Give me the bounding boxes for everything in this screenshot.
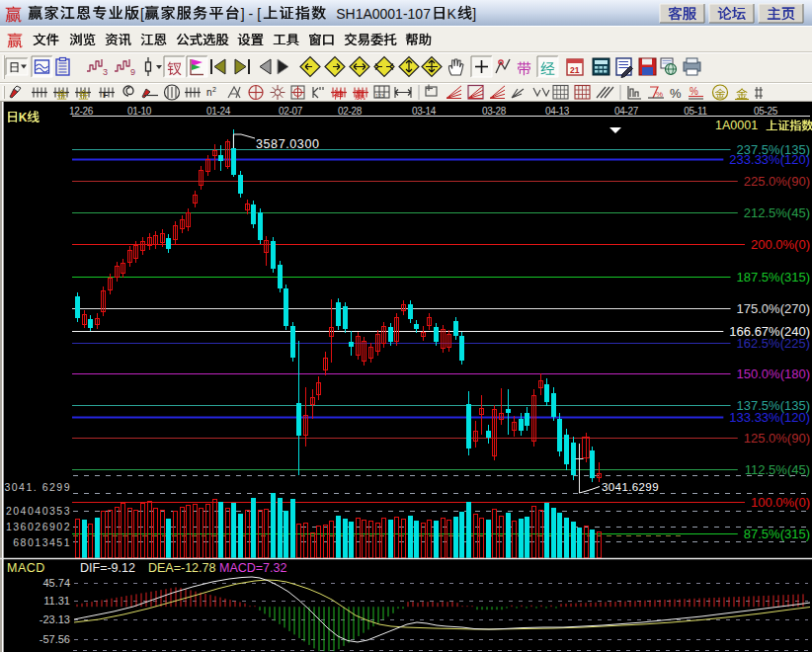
- svg-text:DEA=-12.78: DEA=-12.78: [148, 561, 215, 575]
- svg-text:21: 21: [570, 65, 580, 75]
- svg-text:03-14: 03-14: [412, 106, 437, 117]
- svg-text:]: ]: [472, 6, 476, 22]
- svg-text:MACD=7.32: MACD=7.32: [219, 561, 286, 575]
- svg-text:3041. 6299: 3041. 6299: [4, 481, 71, 493]
- svg-text:03-28: 03-28: [482, 106, 507, 117]
- svg-text:133.33%(120): 133.33%(120): [729, 410, 810, 425]
- svg-text:68013451: 68013451: [13, 536, 71, 548]
- svg-text:3: 3: [103, 67, 108, 77]
- svg-text:204040353: 204040353: [6, 505, 71, 517]
- svg-text:175.0%(270): 175.0%(270): [737, 301, 810, 316]
- svg-text:04-27: 04-27: [614, 106, 639, 117]
- svg-text:[: [: [140, 6, 144, 22]
- svg-text:12-26: 12-26: [69, 106, 94, 117]
- svg-text:05-11: 05-11: [684, 106, 707, 117]
- svg-text:04-13: 04-13: [545, 106, 570, 117]
- svg-text:162.5%(225): 162.5%(225): [737, 336, 810, 351]
- svg-text:05-25: 05-25: [754, 106, 778, 117]
- svg-text:SH1A0001-107: SH1A0001-107: [336, 6, 431, 22]
- svg-text:MACD: MACD: [7, 561, 45, 575]
- svg-text:150.0%(180): 150.0%(180): [737, 367, 810, 381]
- svg-text:87.5%(315): 87.5%(315): [744, 527, 810, 541]
- svg-text:F: F: [103, 90, 109, 100]
- svg-text:125.0%(90): 125.0%(90): [744, 431, 810, 446]
- svg-text:233.33%(120): 233.33%(120): [729, 152, 810, 167]
- svg-text:02-07: 02-07: [279, 106, 303, 117]
- svg-text:01-10: 01-10: [127, 106, 152, 117]
- svg-text:DIF=-9.12: DIF=-9.12: [80, 561, 135, 575]
- svg-text:01-24: 01-24: [206, 106, 231, 117]
- svg-text:112.5%(45): 112.5%(45): [745, 462, 810, 477]
- svg-text:%: %: [656, 90, 663, 99]
- svg-text:-23.13: -23.13: [40, 613, 70, 625]
- svg-text:200.0%(0): 200.0%(0): [751, 237, 810, 252]
- svg-text:136026902: 136026902: [6, 521, 71, 532]
- svg-text:3041.6299: 3041.6299: [602, 481, 659, 493]
- svg-text:225.0%(90): 225.0%(90): [744, 174, 810, 189]
- svg-text:02-28: 02-28: [338, 106, 363, 117]
- svg-text:187.5%(315): 187.5%(315): [737, 270, 810, 285]
- svg-text:45.74: 45.74: [42, 577, 70, 589]
- svg-text:11.31: 11.31: [43, 595, 70, 607]
- svg-text:n: n: [206, 87, 212, 98]
- svg-text:%: %: [670, 86, 682, 101]
- svg-text:-57.56: -57.56: [40, 633, 70, 645]
- svg-text:1A0001: 1A0001: [715, 119, 758, 132]
- svg-text:2: 2: [212, 86, 216, 93]
- svg-text:100.0%(0): 100.0%(0): [751, 495, 810, 510]
- svg-text:3587.0300: 3587.0300: [256, 137, 320, 151]
- svg-text:K: K: [19, 111, 28, 124]
- svg-text:123: 123: [375, 93, 384, 99]
- svg-text:K: K: [447, 6, 456, 22]
- svg-text:] - [: ] - [: [241, 6, 261, 22]
- svg-text:%: %: [690, 86, 698, 97]
- svg-text:212.5%(45): 212.5%(45): [744, 205, 810, 220]
- svg-text:9: 9: [130, 67, 135, 77]
